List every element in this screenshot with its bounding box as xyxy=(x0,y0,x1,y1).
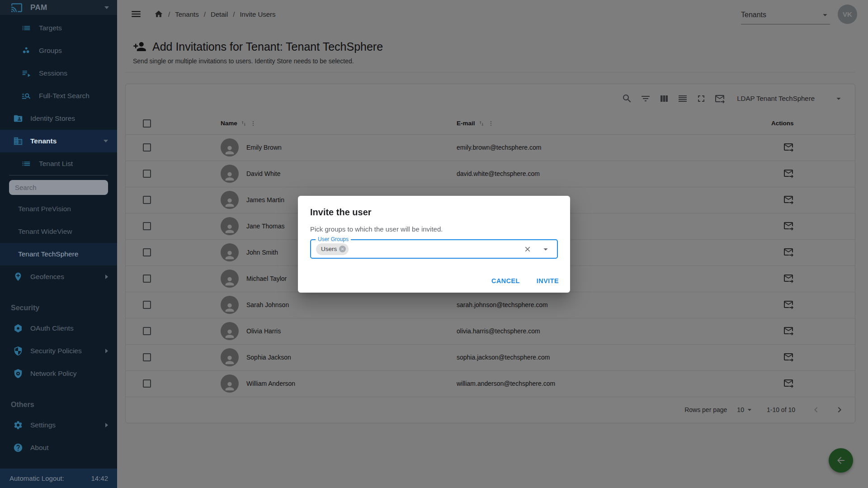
cancel-button[interactable]: CANCEL xyxy=(491,277,520,284)
policy-icon xyxy=(13,369,23,379)
user-groups-field-label: User Groups xyxy=(316,236,351,242)
sidebar-item-label: Full-Text Search xyxy=(39,92,90,100)
tenant-link-label: Tenant TechSphere xyxy=(18,250,78,258)
sidebar-item-oauth-clients[interactable]: OAuth Clients xyxy=(0,317,117,340)
sidebar-item-groups[interactable]: Groups xyxy=(0,39,117,62)
dialog-body-text: Pick groups to which the user will be in… xyxy=(310,225,558,233)
auto-logout-timer: 14:42 xyxy=(91,474,108,482)
dialog-title: Invite the user xyxy=(310,207,558,218)
sidebar-item-label: Network Policy xyxy=(30,370,77,378)
sidebar-item-tenant-list[interactable]: Tenant List xyxy=(0,152,117,175)
list-icon xyxy=(21,23,31,33)
buildings-icon xyxy=(13,136,23,146)
list-icon xyxy=(21,159,31,169)
sidebar-item-security-policies[interactable]: Security Policies xyxy=(0,340,117,362)
section-header-security: Security xyxy=(0,299,117,317)
user-groups-field[interactable]: User Groups Users xyxy=(310,239,558,259)
sidebar-item-tenant-techsphere[interactable]: Tenant TechSphere xyxy=(0,243,117,265)
clear-field-icon[interactable] xyxy=(524,245,532,253)
sidebar-item-network-policy[interactable]: Network Policy xyxy=(0,362,117,385)
arrow-drop-down-icon[interactable] xyxy=(541,244,551,254)
section-header-others: Others xyxy=(0,396,117,414)
sidebar-item-full-text-search[interactable]: Full-Text Search xyxy=(0,85,117,107)
sidebar-item-geofences[interactable]: Geofences xyxy=(0,265,117,288)
sidebar-item-identity-stores[interactable]: Identity Stores xyxy=(0,107,117,130)
search-list-icon xyxy=(21,91,31,101)
chip-remove-icon[interactable] xyxy=(339,246,346,252)
sidebar-item-label: Settings xyxy=(30,421,56,429)
chevron-down-icon xyxy=(104,140,108,142)
sidebar-item-label: About xyxy=(30,444,49,452)
sidebar-item-label: Tenants xyxy=(30,137,57,145)
sidebar-item-targets[interactable]: Targets xyxy=(0,17,117,39)
divider xyxy=(9,175,108,175)
sidebar-item-label: Security Policies xyxy=(30,347,82,355)
token-icon xyxy=(13,323,23,333)
group-chip-users[interactable]: Users xyxy=(316,243,349,255)
sidebar-item-settings[interactable]: Settings xyxy=(0,414,117,436)
bubbles-icon xyxy=(21,46,31,56)
chevron-right-icon xyxy=(105,423,108,427)
gear-icon xyxy=(13,420,23,430)
chevron-right-icon xyxy=(105,349,108,353)
sidebar-item-label: Tenant List xyxy=(39,160,73,168)
cast-icon xyxy=(11,2,23,14)
dialog-actions: CANCEL INVITE xyxy=(491,277,559,284)
sidebar-nav: Targets Groups Sessions Full-Text Search… xyxy=(0,15,117,459)
sidebar-item-label: Targets xyxy=(39,24,62,32)
sidebar-item-tenants[interactable]: Tenants xyxy=(0,130,117,152)
tenant-link-label: Tenant PreVision xyxy=(18,205,71,213)
sidebar-item-about[interactable]: About xyxy=(0,436,117,459)
tenant-link-label: Tenant WideView xyxy=(18,227,72,236)
chevron-down-icon xyxy=(104,6,109,9)
playlist-play-icon xyxy=(21,68,31,78)
invite-button[interactable]: INVITE xyxy=(537,277,559,284)
group-chip-label: Users xyxy=(321,246,337,252)
sidebar-item-label: Sessions xyxy=(39,69,67,77)
sidebar-item-sessions[interactable]: Sessions xyxy=(0,62,117,85)
folder-shared-icon xyxy=(13,114,23,123)
sidebar-item-tenant-wideview[interactable]: Tenant WideView xyxy=(0,220,117,243)
chevron-right-icon xyxy=(105,275,108,279)
app-title: PAM xyxy=(30,3,47,12)
sidebar-item-label: Identity Stores xyxy=(30,114,75,123)
sidebar-item-label: Geofences xyxy=(30,273,64,281)
add-location-icon xyxy=(13,272,23,282)
sidebar-item-label: Groups xyxy=(39,47,62,55)
sidebar-item-tenant-prevision[interactable]: Tenant PreVision xyxy=(0,198,117,220)
sidebar-item-label: OAuth Clients xyxy=(30,324,74,332)
shield-icon xyxy=(13,346,23,356)
sidebar: PAM Targets Groups Sessions Full-Text Se… xyxy=(0,0,117,488)
invite-user-dialog: Invite the user Pick groups to which the… xyxy=(298,196,570,293)
tenant-search-input[interactable] xyxy=(9,180,108,195)
app-header[interactable]: PAM xyxy=(0,0,117,15)
auto-logout-bar: Automatic Logout: 14:42 xyxy=(0,469,117,488)
auto-logout-label: Automatic Logout: xyxy=(9,474,64,482)
help-icon xyxy=(13,443,23,453)
